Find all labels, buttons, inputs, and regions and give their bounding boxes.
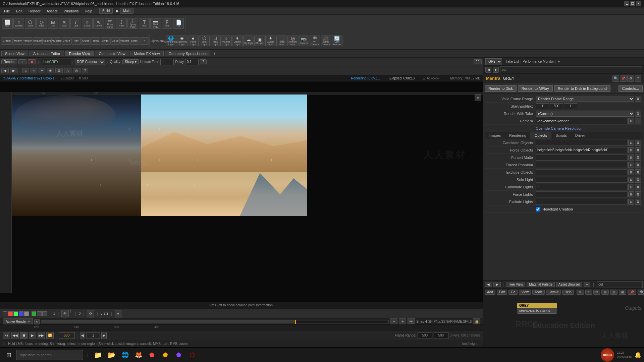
caustic-light-tool[interactable]: ✦Caustic Light <box>265 36 276 46</box>
fm-link2[interactable]: ⛓ <box>635 155 641 161</box>
disp-btn-3[interactable] <box>42 311 47 316</box>
portal-light-tool[interactable]: ⬚Portal Light <box>276 36 287 46</box>
shelf-volume[interactable]: Volume <box>120 37 129 45</box>
start-input[interactable] <box>536 103 549 109</box>
shelf-modify[interactable]: Modify <box>13 37 22 45</box>
ne-icon-6[interactable]: ⊠ <box>619 290 626 295</box>
tab-scripts[interactable]: Scripts <box>551 132 571 139</box>
taskbar-red-app[interactable]: ⬟ <box>146 349 158 361</box>
tab-add[interactable]: + <box>212 51 217 56</box>
update-time-input[interactable] <box>160 59 174 65</box>
more-options-btn[interactable]: ≡ <box>115 310 122 317</box>
ne-help[interactable]: Help <box>562 290 574 295</box>
draw-curve-tool[interactable]: ✏Draw Curve <box>105 18 115 29</box>
ne-fwd-btn[interactable]: ▶ <box>493 282 501 287</box>
vr-camera-tool[interactable]: 👁VR Camera <box>310 36 320 46</box>
stereo-camera-tool[interactable]: 🎥Stereo Camera <box>321 36 331 46</box>
headlight-checkbox[interactable] <box>536 207 540 212</box>
camera-select[interactable]: ROP Camera <box>75 59 105 65</box>
home-button[interactable]: ⌂ <box>22 68 29 73</box>
geo-light-tool[interactable]: ◈Geometry Light <box>177 36 187 46</box>
fp-link1[interactable]: ⊞ <box>628 162 634 168</box>
line-tool[interactable]: /Line <box>70 18 81 29</box>
view-help[interactable]: ? <box>82 68 89 73</box>
menu-edit[interactable]: Edit <box>13 8 25 14</box>
override-cam-res-link[interactable]: Override Camera Resolution <box>536 126 582 130</box>
ne-mat-palette[interactable]: Material Palette <box>527 282 554 287</box>
maximize-button[interactable]: 🗖 <box>630 1 635 6</box>
area-light-tool[interactable]: □Area Light <box>210 36 221 46</box>
vfr-link-btn[interactable]: ⛓ <box>635 96 641 102</box>
ne-add[interactable]: Add <box>485 290 495 295</box>
tab-rendering[interactable]: Rendering <box>505 132 531 139</box>
tube-tool[interactable]: ⬡Tube <box>25 18 36 29</box>
ne-out-input[interactable] <box>597 281 643 288</box>
shelf-hair[interactable]: Hair <box>71 37 81 45</box>
taskbar-browser[interactable]: 🌐 <box>119 349 131 361</box>
out-path-input[interactable] <box>500 66 642 73</box>
render-path-input[interactable] <box>41 59 71 65</box>
shelf-simpl[interactable]: Simpl. <box>101 37 110 45</box>
menu-help[interactable]: Help <box>82 8 95 14</box>
maximize-viewport-button[interactable]: ⛶ <box>474 59 482 64</box>
ne-asset-browser[interactable]: Asset Browser <box>556 282 582 287</box>
grey-selector[interactable]: GREY <box>485 58 502 65</box>
range-slider[interactable] <box>41 320 389 323</box>
el-link1[interactable]: ⊞ <box>628 199 634 205</box>
mantra-search-btn[interactable]: 🔍 <box>612 75 619 82</box>
taskbar-firefox[interactable]: 🦊 <box>132 349 145 361</box>
distant-light-tool[interactable]: ☀Distant Light <box>232 36 243 46</box>
color-btn-1[interactable] <box>3 311 7 316</box>
node-canvas[interactable]: Education Edition Outputs GREY $HIPNAME:… <box>483 296 644 347</box>
view-btn-6[interactable]: ◎ <box>73 68 80 73</box>
co-link1[interactable]: ⊞ <box>628 140 634 146</box>
tab-objects[interactable]: Objects <box>531 132 551 139</box>
fl-link1[interactable]: ⊞ <box>628 191 634 197</box>
start-button[interactable]: ⊞ <box>3 349 15 361</box>
rp-add-btn[interactable]: + <box>557 59 560 64</box>
ne-view[interactable]: View <box>519 290 531 295</box>
ne-icon-2[interactable]: ≡ <box>585 290 592 295</box>
loop-btn[interactable]: 🔁 <box>46 332 54 339</box>
eye-icon-btn[interactable]: 👁 <box>61 310 69 317</box>
ne-back-btn[interactable]: ◀ <box>485 282 492 287</box>
ne-icon-5[interactable]: ⊟ <box>610 290 618 295</box>
null-tool[interactable]: ✕Null <box>59 18 70 29</box>
rwt-select[interactable]: (Current) <box>536 111 634 117</box>
color-btn-blue[interactable] <box>19 311 23 316</box>
torus-tool[interactable]: ◎Torus <box>36 18 47 29</box>
eo-link1[interactable]: ⊞ <box>628 169 634 175</box>
build-button[interactable]: Build <box>99 8 113 14</box>
fm-link1[interactable]: ⊞ <box>628 155 634 161</box>
quality-selector[interactable]: Sharp ▾ <box>122 59 139 64</box>
text-tool[interactable]: TText <box>139 18 150 29</box>
shelf-guide[interactable]: Guide <box>81 37 91 45</box>
spot-light-tool[interactable]: ⬡Spot Light <box>199 36 210 46</box>
close-active-render[interactable]: ✕ <box>34 319 40 324</box>
render-to-mplay-btn[interactable]: Render to MPlay <box>518 85 553 92</box>
mantra-pin-btn[interactable]: 📌 <box>620 75 627 82</box>
font-tool[interactable]: FFont <box>162 18 172 29</box>
nav-prev-button[interactable]: ◀ <box>1 68 9 73</box>
el-link2[interactable]: ⛓ <box>635 199 641 205</box>
menu-windows[interactable]: Windows <box>61 8 82 14</box>
taskbar-file-manager[interactable]: 📁 <box>92 349 104 361</box>
stop-btn[interactable]: ⏹ <box>20 332 28 339</box>
point-light-tool[interactable]: ●Point Light <box>188 36 199 46</box>
render-to-disk-btn[interactable]: Render to Disk <box>485 85 517 92</box>
inc-input[interactable] <box>564 103 577 109</box>
shelf-add[interactable]: + <box>140 37 149 45</box>
ne-icon-3[interactable]: □ <box>593 290 600 295</box>
tab-geometry-spreadsheet[interactable]: Geometry Spreadsheet <box>165 51 211 56</box>
volume-light-tool[interactable]: ○Volume Light <box>221 36 232 46</box>
close-button[interactable]: ✕ <box>636 1 641 6</box>
tab-images[interactable]: Images <box>485 132 505 139</box>
grid-tool[interactable]: ⊞Grid <box>48 18 58 29</box>
shelf-chara[interactable]: Chara <box>62 37 71 45</box>
mantra-help-btn[interactable]: ? <box>635 75 641 82</box>
tab-composite-view[interactable]: Composite View <box>95 51 129 56</box>
grey-node[interactable]: GREY $HIPNAME:$OS:$F4.$ <box>517 303 557 314</box>
shelf-terra[interactable]: Terra <box>91 37 100 45</box>
view-btn-4[interactable]: ⊠ <box>55 68 63 73</box>
ne-layout[interactable]: Layout <box>546 290 561 295</box>
